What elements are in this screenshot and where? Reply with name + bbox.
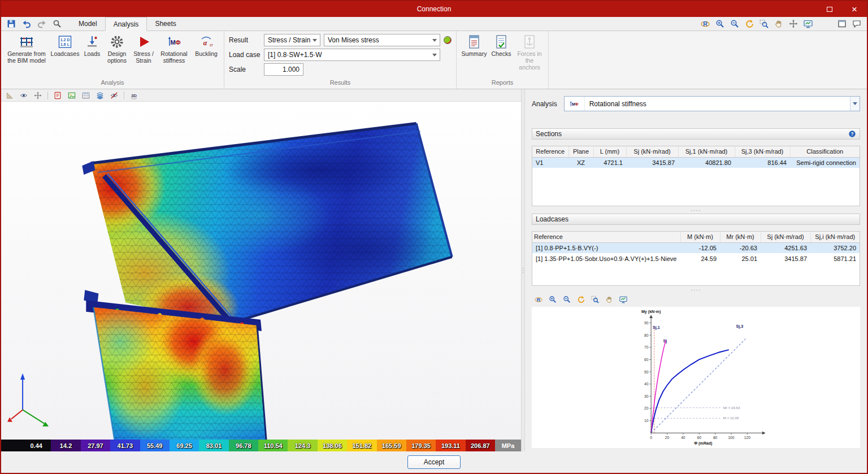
anchor-forces-button: Forces in the anchors xyxy=(514,33,545,72)
run-analysis-icon xyxy=(136,34,151,49)
analysis-type-value: Rotational stiffness xyxy=(585,97,850,111)
pan-icon[interactable] xyxy=(773,18,784,29)
design-options-label: Design options xyxy=(104,51,130,64)
view-tools xyxy=(700,17,867,31)
vertical-splitter[interactable] xyxy=(521,89,525,451)
view-3d-icon[interactable] xyxy=(128,90,140,101)
svg-text:60: 60 xyxy=(644,358,649,362)
tables-icon[interactable] xyxy=(80,90,92,101)
svg-text:10: 10 xyxy=(644,419,649,423)
stress-strain-button[interactable]: Stress / Strain xyxy=(131,33,157,66)
zoom-out-icon[interactable] xyxy=(729,18,740,29)
stress-model-scene[interactable] xyxy=(1,102,521,440)
scale-segment: 14.2 xyxy=(51,440,80,451)
scalebar-lead xyxy=(1,440,21,451)
undo-icon[interactable] xyxy=(21,18,32,29)
column-header: Reference xyxy=(532,232,680,242)
help-icon[interactable] xyxy=(848,130,856,138)
ribbon-group-reports-label: Reports xyxy=(457,79,548,89)
table-row[interactable]: [1] 0.8·PP+1.5·B.VY(-) -12.05 -20.63 425… xyxy=(532,242,860,253)
chevron-down-icon[interactable] xyxy=(850,97,860,111)
title-bar[interactable]: Connection xyxy=(1,1,867,17)
redo-icon[interactable] xyxy=(36,18,47,29)
column-header: Sj,1 (kN·m/rad) xyxy=(678,146,735,157)
snapshot-icon[interactable] xyxy=(66,90,77,101)
orbit-icon[interactable] xyxy=(533,294,544,305)
zoom-in-icon[interactable] xyxy=(714,18,726,29)
load-case-label: Load case xyxy=(229,51,261,59)
hide-elements-icon[interactable] xyxy=(108,90,120,101)
ribbon-group-analysis-label: Analysis xyxy=(1,79,224,89)
zoom-window-icon[interactable] xyxy=(589,294,601,305)
svg-text:120: 120 xyxy=(744,436,750,440)
maximize-button[interactable] xyxy=(817,1,842,17)
checks-button[interactable]: Checks xyxy=(489,33,514,59)
sections-title: Sections xyxy=(536,130,562,138)
toolbar-separator xyxy=(47,92,48,99)
search-icon[interactable] xyxy=(51,18,63,29)
redraw-icon[interactable] xyxy=(744,18,755,29)
column-header: Sj,i (kN·m/rad) xyxy=(810,232,860,242)
tab-sheets-label: Sheets xyxy=(155,20,176,28)
legend-toggle-icon[interactable] xyxy=(444,36,452,44)
design-options-button[interactable]: Design options xyxy=(103,33,131,66)
zoom-in-icon[interactable] xyxy=(547,294,558,305)
eye-icon[interactable] xyxy=(18,90,29,101)
export-view-icon[interactable] xyxy=(802,18,814,29)
viewport-canvas[interactable] xyxy=(1,102,521,440)
comments-icon[interactable] xyxy=(851,18,862,29)
summary-button[interactable]: Summary xyxy=(459,33,489,59)
sections-table: Reference Plane L (mm) Sj (kN·m/rad) Sj,… xyxy=(532,146,860,206)
panel-splitter[interactable] xyxy=(532,206,860,214)
tab-sheets[interactable]: Sheets xyxy=(147,17,184,31)
table-row[interactable]: [1] 1.35·PP+1.05·Sobr.Uso+0.9·A.VY(+)+1.… xyxy=(532,253,860,264)
panel-splitter[interactable] xyxy=(532,286,860,293)
pan-icon[interactable] xyxy=(604,294,615,305)
table-row[interactable]: V1 XZ 4721.1 3415.87 40821.80 816.44 Sem… xyxy=(532,157,860,168)
zoom-out-icon[interactable] xyxy=(561,294,572,305)
rotational-stiffness-label: Rotational stiffness xyxy=(157,51,191,64)
export-view-icon[interactable] xyxy=(618,294,629,305)
scale-segment: 110.54 xyxy=(258,440,288,451)
rotational-stiffness-button[interactable]: Rotational stiffness xyxy=(157,33,192,66)
scale-segment: 165.59 xyxy=(377,440,406,451)
redraw-icon[interactable] xyxy=(575,294,587,305)
stiffness-chart[interactable]: Mr = 20.63M = 12.05SjSj,1Sj,310203040506… xyxy=(532,307,860,448)
result-component-select[interactable]: Von Mises stress xyxy=(324,34,440,46)
move-view-icon[interactable] xyxy=(788,18,799,29)
analysis-type-select[interactable]: MΦ Rotational stiffness xyxy=(564,96,860,111)
zoom-window-icon[interactable] xyxy=(758,18,770,29)
accept-button[interactable]: Accept xyxy=(407,455,461,469)
scale-input[interactable] xyxy=(264,63,303,76)
svg-text:M = 12.05: M = 12.05 xyxy=(723,416,739,420)
buckling-button[interactable]: Buckling xyxy=(192,33,221,59)
axes-triad-icon xyxy=(7,373,49,427)
load-case-select[interactable]: [1] 0.8·SW+1.5·W xyxy=(264,49,440,61)
svg-text:Sj,1: Sj,1 xyxy=(653,325,660,330)
gear-icon xyxy=(110,34,124,49)
buckling-label: Buckling xyxy=(195,51,218,58)
loadcases-button[interactable]: Loadcases xyxy=(49,33,81,59)
layers-icon[interactable] xyxy=(94,90,106,101)
loads-button[interactable]: Loads xyxy=(81,33,103,59)
window-layout-icon[interactable] xyxy=(836,18,848,29)
quick-access-toolbar xyxy=(1,17,71,31)
result-type-select[interactable]: Stress / Strain xyxy=(264,34,320,46)
tab-model[interactable]: Model xyxy=(71,17,105,31)
generate-bim-button[interactable]: Generate from the BIM model xyxy=(4,33,49,66)
orbit-icon[interactable] xyxy=(700,18,711,29)
bim-model-icon xyxy=(19,34,34,49)
svg-text:80: 80 xyxy=(713,436,718,440)
move-axes-icon[interactable] xyxy=(32,90,44,101)
generate-bim-label: Generate from the BIM model xyxy=(5,51,49,64)
set-square-icon[interactable] xyxy=(4,90,15,101)
save-icon[interactable] xyxy=(6,18,17,29)
loadcases-table: Reference M (kN·m) Mr (kN·m) Sj (kN·m/ra… xyxy=(532,231,860,286)
scale-segment: 151.82 xyxy=(347,440,376,451)
tab-analysis[interactable]: Analysis xyxy=(105,17,147,31)
close-button[interactable] xyxy=(842,1,867,17)
svg-text:90: 90 xyxy=(644,321,649,325)
report-book-icon[interactable] xyxy=(52,90,63,101)
svg-text:70: 70 xyxy=(644,345,649,349)
result-type-value: Stress / Strain xyxy=(268,36,310,44)
